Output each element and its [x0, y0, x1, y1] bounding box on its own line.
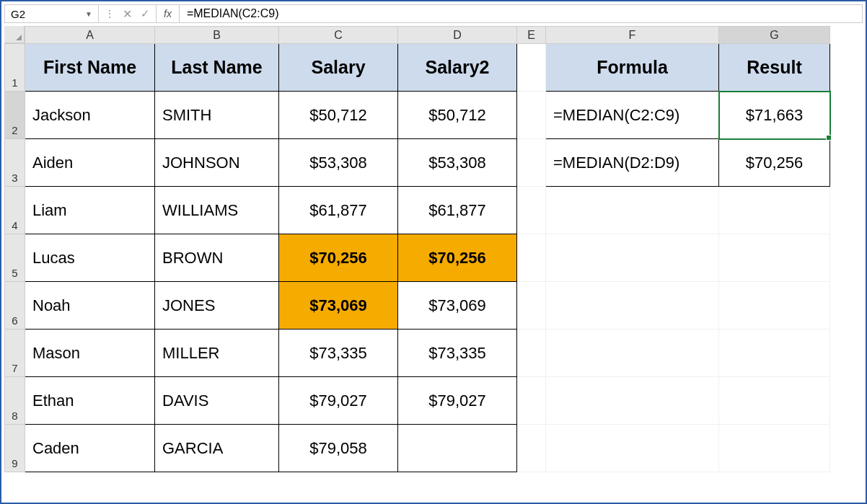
- cell-G8[interactable]: [719, 377, 830, 425]
- cell-E1[interactable]: [517, 44, 546, 92]
- cell-F4[interactable]: [546, 187, 719, 234]
- cell-D5[interactable]: $70,256: [398, 234, 517, 282]
- col-header-G[interactable]: G: [719, 27, 830, 44]
- cell-E8[interactable]: [517, 377, 546, 425]
- expand-icon[interactable]: ⋮: [105, 8, 114, 19]
- cell-D6[interactable]: $73,069: [398, 282, 517, 330]
- cell-G5[interactable]: [719, 234, 830, 282]
- cell-C8[interactable]: $79,027: [279, 377, 398, 425]
- col-header-C[interactable]: C: [279, 27, 398, 44]
- cell-A1[interactable]: First Name: [25, 44, 155, 92]
- cell-D4[interactable]: $61,877: [398, 187, 517, 234]
- cell-B9[interactable]: GARCIA: [155, 425, 279, 472]
- chevron-down-icon[interactable]: ▼: [85, 10, 92, 18]
- cell-E6[interactable]: [517, 282, 546, 330]
- cell-D7[interactable]: $73,335: [398, 330, 517, 377]
- row-header-3[interactable]: 3: [5, 139, 25, 187]
- cell-C3[interactable]: $53,308: [279, 139, 398, 187]
- col-header-A[interactable]: A: [25, 27, 155, 44]
- cell-G7[interactable]: [719, 330, 830, 377]
- row-header-5[interactable]: 5: [5, 234, 25, 282]
- name-box[interactable]: G2 ▼: [5, 5, 99, 22]
- grid-table: A B C D E F G 1 First Name Last Name Sal…: [4, 26, 830, 472]
- cancel-icon[interactable]: ✕: [123, 7, 132, 21]
- cell-B7[interactable]: MILLER: [155, 330, 279, 377]
- cell-C2[interactable]: $50,712: [279, 92, 398, 139]
- formula-input[interactable]: =MEDIAN(C2:C9): [180, 5, 862, 22]
- col-header-B[interactable]: B: [155, 27, 279, 44]
- insert-function-button[interactable]: fx: [157, 5, 180, 22]
- cell-C6[interactable]: $73,069: [279, 282, 398, 330]
- cell-B8[interactable]: DAVIS: [155, 377, 279, 425]
- cell-C5[interactable]: $70,256: [279, 234, 398, 282]
- cell-A8[interactable]: Ethan: [25, 377, 155, 425]
- col-header-D[interactable]: D: [398, 27, 517, 44]
- cell-E9[interactable]: [517, 425, 546, 472]
- cell-F3[interactable]: =MEDIAN(D2:D9): [546, 139, 719, 187]
- cell-E2[interactable]: [517, 92, 546, 139]
- cell-E7[interactable]: [517, 330, 546, 377]
- row-header-6[interactable]: 6: [5, 282, 25, 330]
- cell-B5[interactable]: BROWN: [155, 234, 279, 282]
- cell-F8[interactable]: [546, 377, 719, 425]
- cell-A3[interactable]: Aiden: [25, 139, 155, 187]
- row-header-2[interactable]: 2: [5, 92, 25, 139]
- formula-value: =MEDIAN(C2:C9): [187, 7, 279, 20]
- cell-F2[interactable]: =MEDIAN(C2:C9): [546, 92, 719, 139]
- cell-G2[interactable]: $71,663: [719, 92, 830, 139]
- cell-C4[interactable]: $61,877: [279, 187, 398, 234]
- cell-C9[interactable]: $79,058: [279, 425, 398, 472]
- cell-A6[interactable]: Noah: [25, 282, 155, 330]
- name-box-value: G2: [11, 8, 25, 20]
- formula-bar: G2 ▼ ⋮ ✕ ✓ fx =MEDIAN(C2:C9): [4, 4, 863, 23]
- cell-F5[interactable]: [546, 234, 719, 282]
- cell-A7[interactable]: Mason: [25, 330, 155, 377]
- cell-B2[interactable]: SMITH: [155, 92, 279, 139]
- cell-G3[interactable]: $70,256: [719, 139, 830, 187]
- cell-C7[interactable]: $73,335: [279, 330, 398, 377]
- cell-C1[interactable]: Salary: [279, 44, 398, 92]
- row-header-8[interactable]: 8: [5, 377, 25, 425]
- cell-B4[interactable]: WILLIAMS: [155, 187, 279, 234]
- cell-F6[interactable]: [546, 282, 719, 330]
- fx-label: fx: [164, 8, 172, 19]
- cell-A9[interactable]: Caden: [25, 425, 155, 472]
- cell-A2[interactable]: Jackson: [25, 92, 155, 139]
- formula-bar-buttons: ⋮ ✕ ✓: [99, 5, 157, 22]
- row-header-1[interactable]: 1: [5, 44, 25, 92]
- cell-G9[interactable]: [719, 425, 830, 472]
- cell-F7[interactable]: [546, 330, 719, 377]
- enter-icon[interactable]: ✓: [141, 7, 150, 20]
- cell-A4[interactable]: Liam: [25, 187, 155, 234]
- cell-B1[interactable]: Last Name: [155, 44, 279, 92]
- cell-G6[interactable]: [719, 282, 830, 330]
- col-header-E[interactable]: E: [517, 27, 546, 44]
- cell-E5[interactable]: [517, 234, 546, 282]
- cell-B6[interactable]: JONES: [155, 282, 279, 330]
- row-header-9[interactable]: 9: [5, 425, 25, 472]
- cell-D3[interactable]: $53,308: [398, 139, 517, 187]
- cell-D8[interactable]: $79,027: [398, 377, 517, 425]
- row-header-4[interactable]: 4: [5, 187, 25, 234]
- cell-B3[interactable]: JOHNSON: [155, 139, 279, 187]
- cell-D9[interactable]: [398, 425, 517, 472]
- cell-E4[interactable]: [517, 187, 546, 234]
- col-header-F[interactable]: F: [546, 27, 719, 44]
- select-all-corner[interactable]: [4, 26, 25, 43]
- cell-F9[interactable]: [546, 425, 719, 472]
- cell-G4[interactable]: [719, 187, 830, 234]
- cell-F1[interactable]: Formula: [546, 44, 719, 92]
- cell-G1[interactable]: Result: [719, 44, 830, 92]
- cell-D2[interactable]: $50,712: [398, 92, 517, 139]
- cell-D1[interactable]: Salary2: [398, 44, 517, 92]
- spreadsheet-grid: A B C D E F G 1 First Name Last Name Sal…: [4, 26, 863, 472]
- cell-A5[interactable]: Lucas: [25, 234, 155, 282]
- cell-E3[interactable]: [517, 139, 546, 187]
- row-header-7[interactable]: 7: [5, 330, 25, 377]
